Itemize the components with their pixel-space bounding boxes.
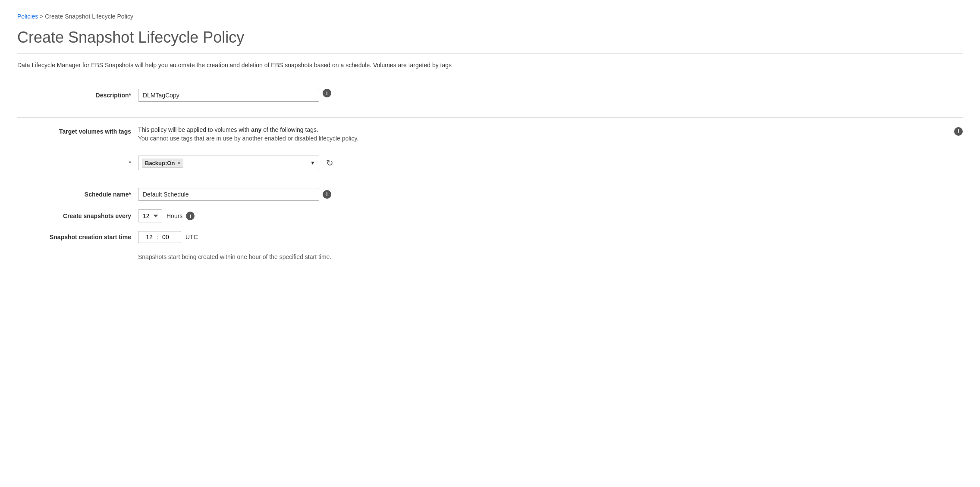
start-time-row: Snapshot creation start time : UTC [17, 231, 963, 243]
target-volumes-section: Target volumes with tags This policy wil… [17, 118, 963, 179]
schedule-name-info-icon[interactable]: i [323, 190, 331, 199]
frequency-unit-label: Hours [166, 212, 182, 219]
description-label: Description* [17, 89, 138, 99]
schedule-name-input[interactable] [138, 188, 319, 201]
timezone-label: UTC [185, 234, 198, 240]
start-time-minutes-input[interactable] [159, 234, 172, 240]
tag-select[interactable]: Backup : On × ▼ [138, 156, 319, 170]
schedule-name-row: Schedule name* i [17, 188, 963, 201]
tag-dropdown-arrow-icon[interactable]: ▼ [310, 160, 315, 166]
target-volumes-content: This policy will be applied to volumes w… [138, 126, 947, 149]
start-time-note: Snapshots start being created within one… [138, 253, 331, 260]
snapshot-frequency-wrapper: 1 2 3 4 6 8 12 24 Hours i [138, 209, 195, 222]
start-time-hour-input[interactable] [143, 234, 156, 240]
breadcrumb-link[interactable]: Policies [17, 13, 38, 20]
tag-chip: Backup : On × [142, 159, 183, 168]
tag-chip-close-icon[interactable]: × [177, 160, 180, 165]
time-separator: : [157, 234, 158, 240]
target-volumes-note: You cannot use tags that are in use by a… [138, 135, 947, 142]
start-time-wrapper: : UTC [138, 231, 198, 243]
tag-dropdown-wrapper: Backup : On × ▼ ↻ [138, 156, 336, 170]
tag-required-asterisk: * [17, 159, 138, 166]
breadcrumb-separator: > [40, 13, 45, 20]
tag-input-row: * Backup : On × ▼ ↻ [17, 156, 963, 170]
time-input-wrapper: : [138, 231, 181, 243]
description-section: Description* i [17, 80, 963, 118]
create-snapshots-label: Create snapshots every [17, 212, 138, 219]
breadcrumb-current: Create Snapshot Lifecycle Policy [45, 13, 133, 20]
start-time-label: Snapshot creation start time [17, 234, 138, 240]
tag-chip-key: Backup [145, 160, 165, 166]
start-time-note-row: Snapshots start being created within one… [17, 252, 963, 260]
target-volumes-description: This policy will be applied to volumes w… [138, 126, 947, 133]
refresh-tags-button[interactable]: ↻ [324, 157, 336, 169]
target-volumes-label: Target volumes with tags [17, 126, 138, 135]
target-volumes-desc-suffix: of the following tags. [261, 126, 318, 133]
breadcrumb: Policies > Create Snapshot Lifecycle Pol… [17, 13, 963, 20]
schedule-section: Schedule name* i Create snapshots every … [17, 179, 963, 269]
page-description: Data Lifecycle Manager for EBS Snapshots… [17, 61, 963, 70]
create-snapshots-row: Create snapshots every 1 2 3 4 6 8 12 24… [17, 209, 963, 222]
page-title: Create Snapshot Lifecycle Policy [17, 28, 963, 54]
tag-chip-value: On [167, 160, 175, 166]
description-input[interactable] [138, 89, 319, 102]
description-row: Description* i [17, 89, 963, 102]
frequency-select[interactable]: 1 2 3 4 6 8 12 24 [138, 209, 162, 222]
target-volumes-info-icon[interactable]: i [954, 127, 963, 136]
description-info-icon[interactable]: i [323, 89, 331, 97]
frequency-info-icon[interactable]: i [186, 212, 195, 220]
schedule-name-label: Schedule name* [17, 191, 138, 198]
target-volumes-any: any [251, 126, 261, 133]
target-volumes-desc-prefix: This policy will be applied to volumes w… [138, 126, 251, 133]
target-volumes-row: Target volumes with tags This policy wil… [17, 126, 963, 149]
